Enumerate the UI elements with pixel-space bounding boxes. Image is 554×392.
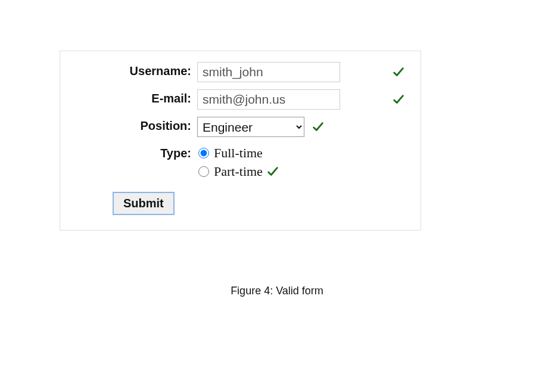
radio-input-parttime[interactable] [198,166,209,177]
username-label: Username: [72,62,197,78]
type-option-label: Part-time [214,163,263,181]
submit-button[interactable]: Submit [113,192,175,215]
position-select[interactable]: Engineer [197,117,304,137]
position-label: Position: [72,117,197,133]
email-input[interactable] [197,89,340,110]
username-input[interactable] [197,62,340,82]
check-icon [392,66,405,79]
figure-caption: Figure 4: Valid form [0,285,554,297]
check-icon [392,93,405,106]
form-container: Username: E-mail: Position: Engineer [60,51,421,231]
type-radio-parttime[interactable]: Part-time [197,163,279,181]
check-icon [266,165,279,178]
radio-input-fulltime[interactable] [198,148,209,158]
check-icon [312,120,325,133]
type-option-label: Full-time [214,144,263,163]
type-label: Type: [72,144,197,160]
email-label: E-mail: [72,89,197,105]
type-radio-fulltime[interactable]: Full-time [197,144,279,163]
